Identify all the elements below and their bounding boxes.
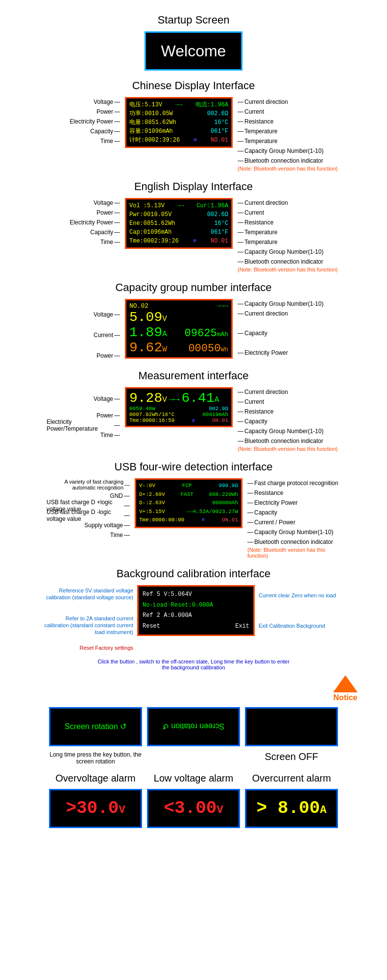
chinese-r2: Current bbox=[238, 107, 264, 116]
startup-title: Startup Screen bbox=[0, 14, 387, 26]
cap-group-lcd: NO.02 →→→ 5.09V 1.89A 09625mAh 9.62W 000… bbox=[125, 299, 233, 359]
usb-r2: Resistance bbox=[247, 489, 283, 497]
chinese-row2: 功率:0010.05W 002.6Ω bbox=[129, 109, 228, 118]
eng-label-elec-power: Electricity Power bbox=[70, 218, 120, 227]
alarm-screens-row: >30.0V <3.00V > 8.00A bbox=[10, 789, 377, 828]
cap-voltage-val: 5.09V bbox=[129, 310, 167, 325]
calibration-section: Background calibration interface Referen… bbox=[0, 567, 387, 670]
notice-text: Notice bbox=[334, 693, 358, 702]
en-no: NO.01 bbox=[211, 237, 228, 245]
ch-bt: ❄ bbox=[194, 136, 197, 145]
chinese-r1: Current direction bbox=[238, 98, 288, 106]
meas-lcd: 9.28V →→ 6.41A 0059.48W 002.9Ω 0007.92Wh… bbox=[125, 387, 233, 427]
chinese-r3: Resistance bbox=[238, 117, 273, 126]
ch-v: 电压:5.13V bbox=[129, 100, 162, 109]
meas-v-right: 6.41A bbox=[181, 391, 219, 406]
cal-label-reset: Reset Factory settings bbox=[44, 644, 133, 651]
cap-label-power: Power bbox=[97, 351, 120, 360]
cal-left-labels: Reference 5V standard voltage calibratio… bbox=[44, 585, 137, 654]
english-annotated-layout: Voltage Power Electricity Power Capacity… bbox=[0, 198, 387, 272]
usb-fcp: FCP bbox=[182, 482, 192, 490]
en-cur: Cur:1.96A bbox=[196, 201, 228, 210]
eng-label-time: Time bbox=[100, 238, 120, 246]
cap-mah: 09625mAh bbox=[185, 327, 228, 340]
cap-row2: 5.09V bbox=[129, 310, 228, 325]
rotation-screen-rotated: Screen rotation ↺ bbox=[147, 707, 240, 746]
cap-r2: Current direction bbox=[238, 309, 288, 318]
cap-row3: 1.89A 09625mAh bbox=[129, 325, 228, 340]
chinese-row3: 电量:0851.62Wh 16°C bbox=[129, 118, 228, 127]
chinese-lcd-screen: 电压:5.13V →→ 电流:1.96A 功率:0010.05W 002.6Ω … bbox=[125, 97, 233, 148]
eng-r7: Bluetooth connection indicator bbox=[238, 257, 323, 266]
page: Startup Screen Welcome Chinese Display I… bbox=[0, 0, 387, 838]
usb-fast: FAST bbox=[180, 490, 193, 499]
usb-r6: Capacity Group Number(1-10) bbox=[247, 528, 333, 537]
chinese-display-section: Chinese Display Interface Voltage Power … bbox=[0, 79, 387, 172]
eng-label-voltage: Voltage bbox=[94, 198, 120, 207]
eng-r6: Capacity Group Number(1-10) bbox=[238, 247, 323, 256]
meas-v-left: 9.28V bbox=[129, 391, 167, 406]
cap-r1: Capacity Group Number(1-10) bbox=[238, 299, 323, 308]
usb-r5: Current / Power bbox=[247, 518, 295, 527]
cal-screen-wrapper: Ref 5 V:5.064V No-Load Reset:0.000A Ref … bbox=[137, 585, 255, 654]
chinese-row1: 电压:5.13V →→ 电流:1.96A bbox=[129, 100, 228, 109]
low-voltage-screen: <3.00V bbox=[147, 789, 240, 828]
cap-wh: 00050Wh bbox=[188, 343, 228, 355]
meas-label-time: Time bbox=[100, 431, 120, 440]
ch-temp2: 061°F bbox=[211, 127, 228, 136]
cal-r1: Current clear Zero when no load bbox=[259, 592, 343, 599]
overvoltage-value: >30.0V bbox=[66, 798, 125, 818]
en-pwr: Pwr:0010.05V bbox=[129, 210, 171, 219]
meas-ohm: 002.9Ω bbox=[209, 406, 228, 412]
usb-vp: V+:5.15V bbox=[139, 508, 165, 516]
ch-time: 计时:0002:39:26 bbox=[129, 136, 180, 145]
meas-screen-wrapper: 9.28V →→ 6.41A 0059.48W 002.9Ω 0007.92Wh… bbox=[125, 387, 233, 427]
usb-label-time: Time bbox=[110, 531, 130, 539]
chinese-label-time: Time bbox=[100, 137, 120, 146]
meas-r3: Resistance bbox=[238, 407, 273, 416]
welcome-text: Welcome bbox=[161, 42, 226, 60]
en-temp2: 061°F bbox=[211, 228, 228, 237]
chinese-left-labels: Voltage Power Electricity Power Capacity… bbox=[47, 97, 125, 146]
usb-layout: A variety of fast charging automatic rec… bbox=[0, 478, 387, 559]
usb-row2: D+:2.69V FAST 008.220Wh bbox=[139, 490, 238, 499]
meas-r4: Capacity bbox=[238, 417, 267, 426]
usb-r4: Capacity bbox=[247, 508, 277, 517]
welcome-box: Welcome bbox=[145, 31, 242, 71]
usb-ohm: 999.9Ω bbox=[218, 482, 238, 490]
capacity-group-title: Capacity group number interface bbox=[0, 281, 387, 294]
eng-row2: Pwr:0010.05V 002.6Ω bbox=[129, 210, 228, 219]
en-v: Vol :5.13V bbox=[129, 201, 165, 210]
screen-off-box bbox=[245, 707, 338, 746]
usb-bt-note: (Note: Bluetooth version has this functi… bbox=[247, 547, 340, 559]
rotation-row: Screen rotation ↺ Screen rotation ↺ bbox=[10, 707, 377, 746]
english-right-labels: Current direction Current Resistance Tem… bbox=[233, 198, 340, 272]
usb-title: USB four-wire detection interface bbox=[0, 461, 387, 473]
notice-arrow: Notice bbox=[333, 675, 358, 702]
rotation-note: Long time press the key button, the scre… bbox=[49, 751, 142, 765]
en-temp1: 16°C bbox=[214, 219, 228, 228]
overvoltage-title: Overvoltage alarm bbox=[42, 773, 149, 784]
en-arrow1: →→ bbox=[177, 201, 184, 210]
chinese-r7: Bluetooth connection indicator bbox=[238, 156, 323, 165]
english-display-section: English Display Interface Voltage Power … bbox=[0, 180, 387, 272]
usb-left-labels: A variety of fast charging automatic rec… bbox=[47, 478, 135, 540]
usb-label-supply: Supply voltage bbox=[84, 521, 130, 530]
meas-r6: Bluetooth connection indicator bbox=[238, 437, 323, 445]
ch-pwr: 功率:0010.05W bbox=[129, 109, 173, 118]
chinese-display-title: Chinese Display Interface bbox=[0, 79, 387, 92]
cal-lcd: Ref 5 V:5.064V No-Load Reset:0.000A Ref … bbox=[137, 585, 255, 636]
cap-r3: Capacity bbox=[238, 329, 267, 338]
usb-bt: ❄ bbox=[201, 516, 205, 525]
cal-reset-btn: Reset bbox=[143, 621, 160, 632]
cal-label-ref2: Refer to 2A standard current calibration… bbox=[44, 615, 133, 636]
measurement-title: Measurement interface bbox=[0, 369, 387, 382]
eng-r4: Temperature bbox=[238, 228, 277, 237]
cal-row4: Reset Exit bbox=[143, 621, 249, 632]
meas-wh-temp: 0007.92Wh/16°C bbox=[129, 412, 174, 417]
ch-temp1: 16°C bbox=[214, 118, 228, 127]
meas-no: ON.01 bbox=[212, 417, 228, 424]
alarm-titles-row: Overvoltage alarm Low voltage alarm Over… bbox=[0, 773, 387, 784]
chinese-annotated-layout: Voltage Power Electricity Power Capacity… bbox=[0, 97, 387, 172]
cal-label-ref5: Reference 5V standard voltage calibratio… bbox=[44, 587, 133, 601]
